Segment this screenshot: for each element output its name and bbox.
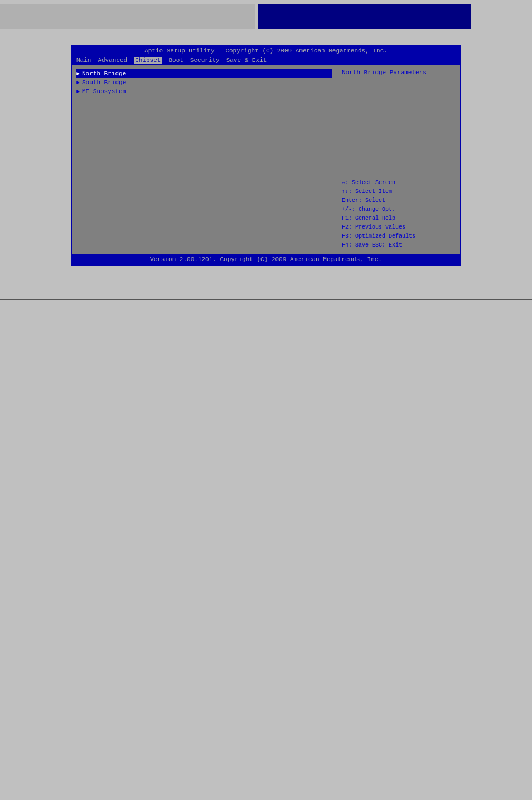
bios-entry-north-bridge[interactable]: ►North Bridge	[76, 69, 332, 78]
bios-footer: Version 2.00.1201. Copyright (C) 2009 Am…	[72, 254, 460, 264]
bios-right-panel: North Bridge Parameters ↔: Select Screen…	[337, 65, 460, 254]
menu-item-main[interactable]: Main	[76, 57, 91, 64]
top-header	[0, 0, 532, 33]
bios-container: Aptio Setup Utility - Copyright (C) 2009…	[71, 45, 461, 266]
shortcut-line: F4: Save ESC: Exit	[342, 241, 456, 250]
menu-item-chipset[interactable]: Chipset	[134, 57, 162, 64]
bios-menu-bar: MainAdvancedChipsetBootSecuritySave & Ex…	[72, 56, 460, 65]
menu-item-boot[interactable]: Boot	[168, 57, 183, 64]
bios-title-bar: Aptio Setup Utility - Copyright (C) 2009…	[72, 46, 460, 56]
bios-footer-text: Version 2.00.1201. Copyright (C) 2009 Am…	[150, 256, 382, 263]
entry-label: ME Subsystem	[82, 88, 126, 95]
shortcut-line: Enter: Select	[342, 196, 456, 205]
shortcut-line: +/-: Change Opt.	[342, 205, 456, 214]
bios-title: Aptio Setup Utility - Copyright (C) 2009…	[144, 47, 388, 54]
bios-left-panel: ►North Bridge►South Bridge►ME Subsystem	[72, 65, 337, 254]
entry-arrow: ►	[76, 71, 80, 77]
entry-arrow: ►	[76, 80, 80, 86]
entry-label: South Bridge	[82, 79, 126, 86]
bios-entry-south-bridge[interactable]: ►South Bridge	[76, 78, 332, 87]
shortcut-line: ↔: Select Screen	[342, 179, 456, 187]
header-left-panel	[0, 4, 255, 29]
bios-entry-me-subsystem[interactable]: ►ME Subsystem	[76, 87, 332, 96]
menu-item-security[interactable]: Security	[190, 57, 220, 64]
shortcut-line: F2: Previous Values	[342, 223, 456, 232]
bios-shortcuts: ↔: Select Screen↑↓: Select ItemEnter: Se…	[342, 179, 456, 250]
header-right-panel	[258, 4, 471, 29]
page-divider	[0, 299, 532, 300]
bios-divider	[342, 175, 456, 175]
entry-label: North Bridge	[82, 70, 126, 77]
entry-arrow: ►	[76, 89, 80, 95]
bios-content: ►North Bridge►South Bridge►ME Subsystem …	[72, 65, 460, 254]
shortcut-line: F1: General Help	[342, 214, 456, 223]
menu-item-save-&-exit[interactable]: Save & Exit	[226, 57, 267, 64]
menu-item-advanced[interactable]: Advanced	[98, 57, 127, 64]
bios-help-text: North Bridge Parameters	[342, 69, 456, 171]
shortcut-line: F3: Optimized Defaults	[342, 232, 456, 241]
shortcut-line: ↑↓: Select Item	[342, 187, 456, 196]
